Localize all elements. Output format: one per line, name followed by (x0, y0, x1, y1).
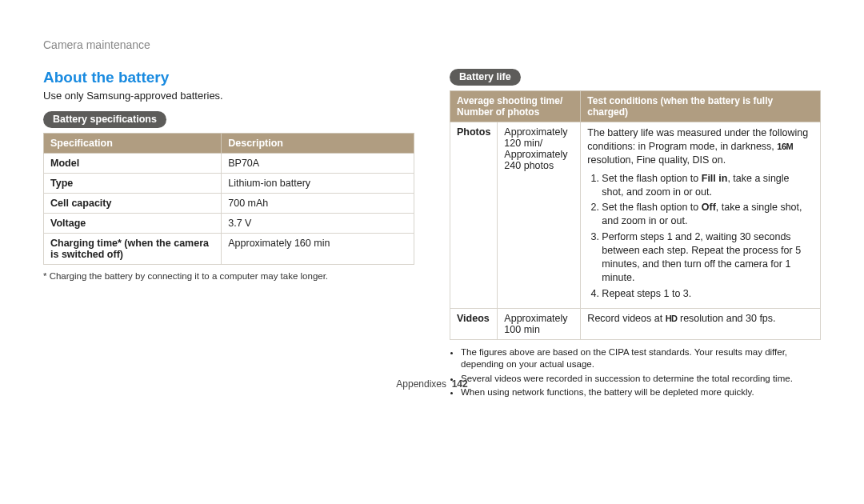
resolution-hd-icon: HD (666, 314, 678, 323)
footer-page-number: 142 (452, 378, 468, 390)
breadcrumb: Camera maintenance (43, 38, 821, 51)
battery-specifications-table: Specification Description Model BP70A Ty… (43, 133, 414, 265)
spec-label: Model (44, 154, 222, 174)
charging-footnote: * Charging the battery by connecting it … (43, 271, 414, 281)
life-photos-conditions: The battery life was measured under the … (581, 122, 821, 309)
spec-label: Voltage (44, 214, 222, 234)
section-title: About the battery (43, 69, 414, 86)
photos-intro-b: resolution, Fine quality, DIS on. (587, 154, 726, 166)
life-row-label-videos: Videos (450, 308, 498, 339)
list-item: Set the flash option to Off, take a sing… (602, 201, 814, 228)
list-item: Repeat steps 1 to 3. (602, 287, 814, 301)
table-row: Charging time* (when the camera is switc… (44, 234, 414, 265)
life-header-shooting: Average shooting time/ Number of photos (450, 91, 581, 122)
battery-life-table: Average shooting time/ Number of photos … (450, 90, 821, 340)
table-row: Type Lithium-ion battery (44, 174, 414, 194)
table-row: Photos Approximately 120 min/ Approximat… (450, 122, 821, 309)
section-intro: Use only Samsung-approved batteries. (43, 90, 414, 102)
table-row: Model BP70A (44, 154, 414, 174)
photos-intro-a: The battery life was measured under the … (587, 127, 808, 152)
battery-life-notes: The figures above are based on the CIPA … (450, 346, 821, 399)
spec-value: Lithium-ion battery (222, 174, 414, 194)
spec-label: Charging time* (when the camera is switc… (44, 234, 222, 265)
page-footer: Appendixes 142 (0, 378, 864, 390)
battery-life-pill: Battery life (450, 69, 521, 86)
columns: About the battery Use only Samsung-appro… (43, 69, 821, 401)
spec-value: 3.7 V (222, 214, 414, 234)
spec-header-specification: Specification (44, 134, 222, 154)
footer-section: Appendixes (396, 378, 446, 390)
spec-label: Type (44, 174, 222, 194)
list-item: Perform steps 1 and 2, waiting 30 second… (602, 230, 814, 285)
spec-value: 700 mAh (222, 194, 414, 214)
table-row: Cell capacity 700 mAh (44, 194, 414, 214)
table-row: Voltage 3.7 V (44, 214, 414, 234)
spec-value: Approximately 160 min (222, 234, 414, 265)
list-item: Set the flash option to Fill in, take a … (602, 172, 814, 199)
right-column: Battery life Average shooting time/ Numb… (450, 69, 821, 401)
resolution-16m-icon: 16M (777, 142, 793, 151)
battery-specifications-pill: Battery specifications (43, 111, 166, 128)
life-videos-shoot: Approximately 100 min (498, 308, 581, 339)
spec-label: Cell capacity (44, 194, 222, 214)
table-row: Videos Approximately 100 min Record vide… (450, 308, 821, 339)
life-row-label-photos: Photos (450, 122, 498, 309)
list-item: The figures above are based on the CIPA … (461, 346, 821, 371)
left-column: About the battery Use only Samsung-appro… (43, 69, 414, 401)
life-header-conditions: Test conditions (when the battery is ful… (581, 91, 821, 122)
life-photos-shoot: Approximately 120 min/ Approximately 240… (498, 122, 581, 309)
spec-value: BP70A (222, 154, 414, 174)
spec-header-description: Description (222, 134, 414, 154)
photos-steps: Set the flash option to Fill in, take a … (587, 172, 814, 301)
page-root: Camera maintenance About the battery Use… (0, 0, 864, 401)
life-videos-conditions: Record videos at HD resolution and 30 fp… (581, 308, 821, 339)
